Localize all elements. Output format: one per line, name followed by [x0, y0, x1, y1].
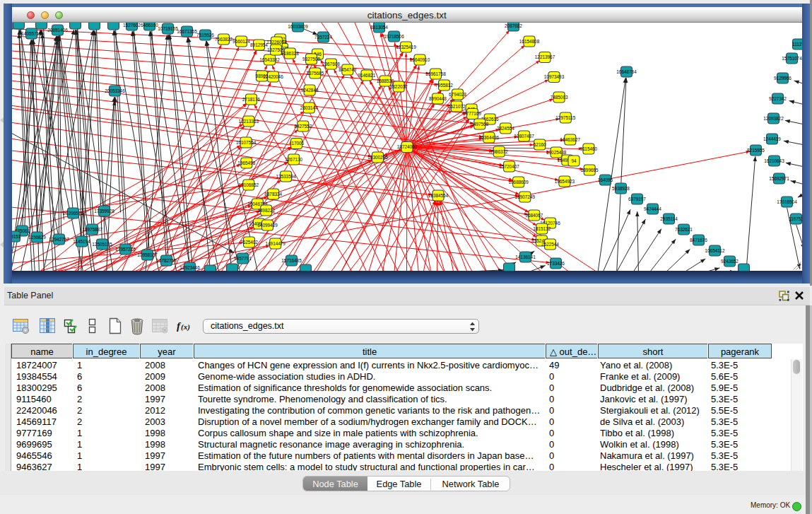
- svg-text:11127: 11127: [792, 41, 802, 46]
- svg-text:1621072: 1621072: [447, 103, 465, 108]
- svg-text:15720407: 15720407: [499, 163, 519, 168]
- svg-text:6497568: 6497568: [471, 121, 488, 126]
- svg-text:3824554: 3824554: [496, 125, 514, 130]
- svg-text:16154808: 16154808: [519, 38, 539, 43]
- svg-text:9146821: 9146821: [358, 72, 375, 77]
- svg-text:10958107: 10958107: [137, 252, 158, 257]
- svg-text:1527602: 1527602: [123, 23, 141, 28]
- svg-text:2803144: 2803144: [300, 105, 317, 110]
- svg-text:2718176: 2718176: [242, 96, 260, 101]
- svg-text:10973493: 10973493: [543, 74, 564, 79]
- svg-text:9457791: 9457791: [234, 255, 252, 260]
- svg-text:19106852: 19106852: [238, 182, 259, 187]
- svg-text:16033809: 16033809: [288, 23, 308, 28]
- svg-text:7485003: 7485003: [550, 94, 567, 99]
- svg-text:20053346: 20053346: [105, 88, 125, 93]
- svg-text:6794028: 6794028: [449, 91, 466, 96]
- svg-text:12975115: 12975115: [555, 115, 575, 119]
- svg-text:15751074: 15751074: [782, 55, 802, 60]
- svg-text:10719155: 10719155: [158, 25, 178, 30]
- svg-text:17359928: 17359928: [94, 208, 114, 213]
- svg-text:5938928: 5938928: [612, 185, 630, 190]
- svg-text:8427552: 8427552: [294, 123, 312, 128]
- svg-text:8186328: 8186328: [281, 50, 298, 55]
- svg-text:7625402: 7625402: [240, 239, 258, 244]
- svg-text:9474444: 9474444: [644, 206, 661, 211]
- svg-text:16543382: 16543382: [259, 57, 280, 62]
- svg-text:9243652: 9243652: [721, 258, 739, 263]
- svg-text:39151: 39151: [12, 233, 21, 238]
- svg-text:14055713: 14055713: [21, 30, 42, 35]
- svg-text:1244419: 1244419: [763, 136, 781, 141]
- svg-text:9227342: 9227342: [769, 95, 787, 100]
- svg-text:9777169: 9777169: [464, 111, 481, 116]
- svg-text:9660124: 9660124: [233, 38, 250, 43]
- svg-text:7955812: 7955812: [435, 82, 453, 87]
- svg-text:13226058: 13226058: [266, 39, 287, 44]
- svg-text:1815132: 1815132: [533, 226, 551, 230]
- svg-text:12213967: 12213967: [534, 54, 555, 59]
- svg-text:9684067: 9684067: [525, 212, 543, 217]
- svg-text:13533594: 13533594: [276, 173, 296, 178]
- svg-text:12093822: 12093822: [763, 115, 784, 120]
- svg-text:6379197: 6379197: [628, 196, 646, 201]
- svg-text:2522544: 2522544: [541, 241, 559, 246]
- svg-text:14914479: 14914479: [265, 240, 286, 245]
- svg-text:7663822: 7663822: [215, 36, 233, 41]
- svg-text:7357224: 7357224: [314, 34, 332, 39]
- svg-text:1965498: 1965498: [237, 160, 255, 165]
- svg-text:9242848: 9242848: [300, 87, 318, 92]
- svg-text:1733426: 1733426: [547, 260, 565, 265]
- svg-text:8878334: 8878334: [264, 191, 282, 196]
- svg-text:12923446: 12923446: [180, 264, 200, 269]
- svg-text:9115460: 9115460: [579, 146, 597, 151]
- svg-text:2087682: 2087682: [505, 23, 522, 28]
- svg-text:19654923: 19654923: [554, 178, 575, 183]
- svg-text:8912954: 8912954: [250, 42, 268, 47]
- svg-text:8813054: 8813054: [370, 24, 388, 29]
- svg-text:4498222: 4498222: [257, 207, 275, 212]
- svg-text:2367608: 2367608: [322, 61, 339, 66]
- svg-text:10107554: 10107554: [235, 139, 256, 144]
- svg-text:16648784: 16648784: [616, 69, 637, 74]
- svg-text:12505135: 12505135: [92, 241, 112, 246]
- svg-text:116753: 116753: [789, 216, 802, 221]
- svg-text:6899695: 6899695: [580, 167, 598, 172]
- svg-text:19218506: 19218506: [384, 33, 404, 38]
- svg-text:18463627: 18463627: [560, 136, 580, 141]
- svg-text:10782759: 10782759: [156, 257, 177, 262]
- svg-text:14099489: 14099489: [257, 222, 278, 227]
- svg-text:(x): (x): [181, 322, 190, 332]
- svg-text:9129966: 9129966: [774, 75, 792, 80]
- svg-text:18300295: 18300295: [367, 154, 388, 159]
- svg-text:62160: 62160: [533, 141, 546, 146]
- svg-text:12942757: 12942757: [49, 236, 69, 241]
- svg-text:12213363: 12213363: [238, 118, 259, 123]
- svg-text:417006: 417006: [288, 141, 304, 146]
- svg-text:8990448: 8990448: [429, 95, 447, 100]
- svg-text:8454749: 8454749: [339, 66, 356, 71]
- svg-text:10807487: 10807487: [514, 133, 534, 138]
- svg-text:6466160: 6466160: [141, 23, 158, 28]
- svg-text:3375685: 3375685: [306, 70, 324, 75]
- svg-text:16671355: 16671355: [177, 28, 197, 33]
- svg-text:7986372: 7986372: [490, 148, 507, 153]
- svg-text:12325419: 12325419: [396, 44, 416, 49]
- svg-text:17957225: 17957225: [115, 246, 136, 251]
- svg-text:8215955: 8215955: [747, 147, 765, 152]
- svg-text:17016504: 17016504: [777, 199, 797, 204]
- svg-text:18907249: 18907249: [514, 194, 535, 199]
- svg-text:20206576: 20206576: [63, 210, 83, 215]
- svg-text:20691406: 20691406: [47, 27, 68, 32]
- svg-text:1145194: 1145194: [73, 238, 90, 243]
- svg-text:1156829: 1156829: [28, 234, 46, 239]
- svg-text:16640910: 16640910: [409, 57, 430, 62]
- svg-text:94: 94: [571, 158, 577, 163]
- svg-text:3267130: 3267130: [285, 156, 302, 161]
- svg-text:14136141: 14136141: [515, 254, 536, 259]
- svg-text:8471676: 8471676: [690, 237, 707, 242]
- svg-text:10025438: 10025438: [546, 149, 566, 154]
- svg-text:22420046: 22420046: [263, 74, 283, 78]
- svg-text:2935114: 2935114: [660, 216, 678, 221]
- svg-text:10654112: 10654112: [705, 247, 724, 252]
